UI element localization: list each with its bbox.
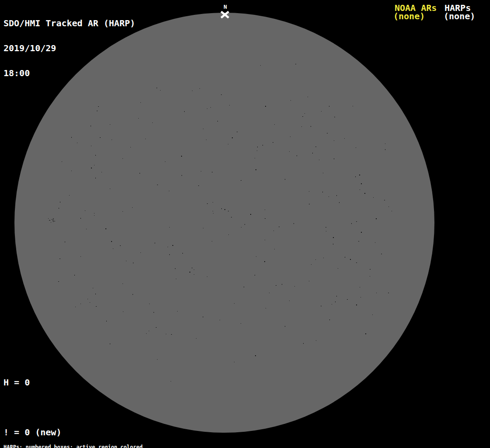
legend-row-h-count: H = 0 — [4, 378, 104, 387]
caption-harps-line: HARPs: numbered boxes; active region col… — [4, 444, 187, 448]
harp-full-disk-plot: SDO/HMI Tracked AR (HARP) 2019/10/29 18:… — [0, 0, 490, 448]
legend-row-spacer — [4, 403, 104, 412]
plot-time: 18:00 — [4, 69, 135, 77]
plot-date: 2019/10/29 — [4, 44, 135, 52]
noaa-ars-value: (none) — [393, 12, 425, 21]
north-pole-label: N — [221, 4, 230, 10]
harps-value: (none) — [444, 12, 475, 21]
plot-title: SDO/HMI Tracked AR (HARP) — [4, 19, 135, 28]
north-pole-cross-icon — [220, 11, 230, 19]
plot-caption: HARPs: numbered boxes; active region col… — [4, 434, 187, 448]
title-block: SDO/HMI Tracked AR (HARP) 2019/10/29 18:… — [4, 3, 135, 94]
